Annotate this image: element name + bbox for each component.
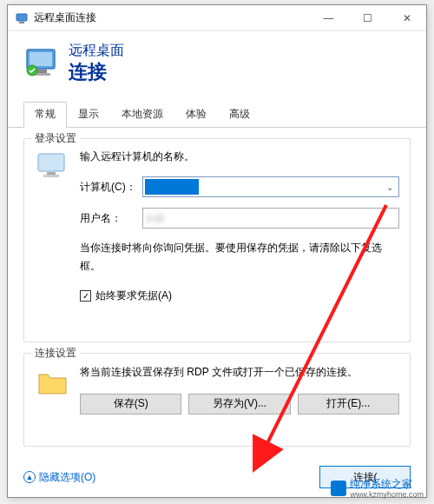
svg-rect-9 (43, 175, 59, 177)
tab-display[interactable]: 显示 (67, 102, 110, 128)
header-line2: 连接 (69, 60, 124, 85)
content-area: 登录设置 输入远程计算机的名称。 计算机(C)： ⌄ (8, 128, 426, 468)
computer-value-highlight (145, 179, 199, 195)
connection-settings-group: 连接设置 将当前连接设置保存到 RDP 文件或打开一个已保存的连接。 保存(S)… (23, 353, 411, 447)
titlebar-controls: — ☐ ✕ (309, 5, 426, 31)
collapse-arrow-icon: ▲ (23, 471, 36, 483)
username-label: 用户名： (80, 211, 142, 226)
tab-general[interactable]: 常规 (23, 102, 67, 128)
titlebar: 远程桌面连接 — ☐ ✕ (8, 5, 426, 31)
tab-local-resources[interactable]: 本地资源 (110, 102, 174, 128)
always-ask-checkbox-row[interactable]: ✓ 始终要求凭据(A) (80, 288, 399, 303)
connect-button[interactable]: 连接( (319, 466, 411, 488)
always-ask-label: 始终要求凭据(A) (95, 288, 172, 303)
connection-group-title: 连接设置 (31, 346, 80, 361)
computer-label: 计算机(C)： (80, 180, 142, 195)
always-ask-checkbox[interactable]: ✓ (80, 290, 91, 302)
svg-rect-8 (47, 172, 56, 175)
maximize-button[interactable]: ☐ (348, 5, 387, 31)
folder-icon (35, 364, 71, 401)
saveas-button[interactable]: 另存为(V)... (188, 394, 290, 414)
connection-desc: 将当前连接设置保存到 RDP 文件或打开一个已保存的连接。 (80, 364, 399, 381)
hide-options-link[interactable]: ▲ 隐藏选项(O) (23, 470, 95, 485)
chevron-down-icon: ⌄ (386, 182, 393, 192)
svg-rect-7 (38, 154, 64, 171)
header-line1: 远程桌面 (69, 42, 124, 60)
header-monitor-icon (23, 45, 60, 82)
hide-options-label: 隐藏选项(O) (39, 470, 95, 485)
open-button[interactable]: 打开(E)... (298, 394, 399, 414)
login-settings-group: 登录设置 输入远程计算机的名称。 计算机(C)： ⌄ (23, 138, 411, 342)
titlebar-app-icon (15, 11, 29, 25)
save-button[interactable]: 保存(S) (80, 394, 181, 414)
dialog-window: 远程桌面连接 — ☐ ✕ 远程桌面 连接 常规 显示 本地资源 体验 高级 (7, 4, 427, 498)
close-button[interactable]: ✕ (387, 5, 426, 31)
svg-rect-4 (36, 70, 47, 73)
svg-rect-0 (16, 14, 27, 21)
username-value: v or (147, 212, 164, 224)
tab-advanced[interactable]: 高级 (218, 102, 261, 128)
login-group-title: 登录设置 (31, 131, 80, 146)
svg-rect-3 (30, 52, 52, 66)
minimize-button[interactable]: — (309, 5, 348, 31)
login-monitor-icon (35, 149, 71, 186)
svg-rect-1 (19, 22, 24, 23)
header: 远程桌面 连接 (8, 31, 426, 96)
credentials-note: 当你连接时将向你询问凭据。要使用保存的凭据，请清除以下复选框。 (80, 239, 399, 275)
header-text: 远程桌面 连接 (69, 42, 124, 84)
tab-bar: 常规 显示 本地资源 体验 高级 (8, 102, 426, 128)
username-input[interactable]: v or (142, 208, 399, 229)
tab-experience[interactable]: 体验 (174, 102, 218, 128)
login-prompt: 输入远程计算机的名称。 (80, 149, 399, 164)
window-title: 远程桌面连接 (34, 10, 309, 25)
computer-combo[interactable]: ⌄ (142, 176, 399, 197)
footer: ▲ 隐藏选项(O) 连接( (23, 466, 411, 488)
